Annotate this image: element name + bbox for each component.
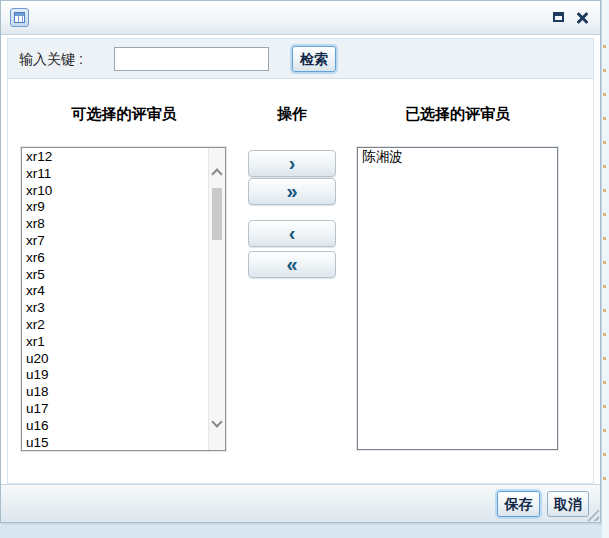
list-item[interactable]: xr6 xyxy=(22,250,208,267)
selected-column-title: 已选择的评审员 xyxy=(357,105,558,124)
reviewer-select-dialog: 输入关键 : 检索 可选择的评审员 操作 已选择的评审员 xr12 xr11 x… xyxy=(0,0,601,523)
available-column-title: 可选择的评审员 xyxy=(21,105,227,124)
list-item[interactable]: u20 xyxy=(22,351,208,368)
search-button[interactable]: 检索 xyxy=(292,46,336,72)
search-label: 输入关键 : xyxy=(19,39,83,79)
available-list: xr12 xr11 xr10 xr9 xr8 xr7 xr6 xr5 xr4 x… xyxy=(22,149,208,451)
list-item[interactable]: u17 xyxy=(22,401,208,418)
list-item[interactable]: u19 xyxy=(22,367,208,384)
list-item[interactable]: xr10 xyxy=(22,183,208,200)
search-bar: 输入关键 : 检索 xyxy=(8,39,593,79)
cancel-button[interactable]: 取消 xyxy=(547,491,589,517)
maximize-icon[interactable] xyxy=(552,11,566,24)
list-item[interactable]: xr11 xyxy=(22,166,208,183)
close-icon[interactable] xyxy=(575,11,589,24)
actions-column-title: 操作 xyxy=(248,105,336,124)
move-all-right-button[interactable]: » xyxy=(248,178,336,205)
save-button[interactable]: 保存 xyxy=(497,491,540,517)
list-item[interactable]: xr8 xyxy=(22,216,208,233)
list-item[interactable]: xr9 xyxy=(22,199,208,216)
underlying-page-content xyxy=(603,45,606,495)
list-item[interactable]: xr12 xyxy=(22,149,208,166)
list-item[interactable]: xr4 xyxy=(22,283,208,300)
available-list-scrollbar[interactable] xyxy=(208,148,225,450)
list-item[interactable]: u15 xyxy=(22,435,208,451)
titlebar[interactable] xyxy=(1,1,600,35)
available-listbox[interactable]: xr12 xr11 xr10 xr9 xr8 xr7 xr6 xr5 xr4 x… xyxy=(21,147,226,451)
selected-list: 陈湘波 xyxy=(358,149,557,166)
underlying-page-strip xyxy=(602,0,609,538)
scroll-down-icon[interactable] xyxy=(213,420,221,428)
list-item[interactable]: u18 xyxy=(22,384,208,401)
list-item[interactable]: xr3 xyxy=(22,300,208,317)
list-item[interactable]: xr7 xyxy=(22,233,208,250)
move-selected-right-button[interactable]: › xyxy=(248,150,336,177)
scroll-up-icon[interactable] xyxy=(213,170,221,178)
search-input[interactable] xyxy=(114,47,269,71)
dialog-footer: 保存 取消 xyxy=(1,484,600,522)
list-item[interactable]: xr5 xyxy=(22,267,208,284)
list-item[interactable]: u16 xyxy=(22,418,208,435)
scrollbar-thumb[interactable] xyxy=(212,188,222,240)
move-selected-left-button[interactable]: ‹ xyxy=(248,220,336,247)
list-item[interactable]: xr2 xyxy=(22,317,208,334)
list-item[interactable]: xr1 xyxy=(22,334,208,351)
table-grid-icon xyxy=(10,8,29,27)
list-item[interactable]: 陈湘波 xyxy=(358,149,557,166)
selected-listbox[interactable]: 陈湘波 xyxy=(357,147,558,450)
move-all-left-button[interactable]: « xyxy=(248,251,336,278)
